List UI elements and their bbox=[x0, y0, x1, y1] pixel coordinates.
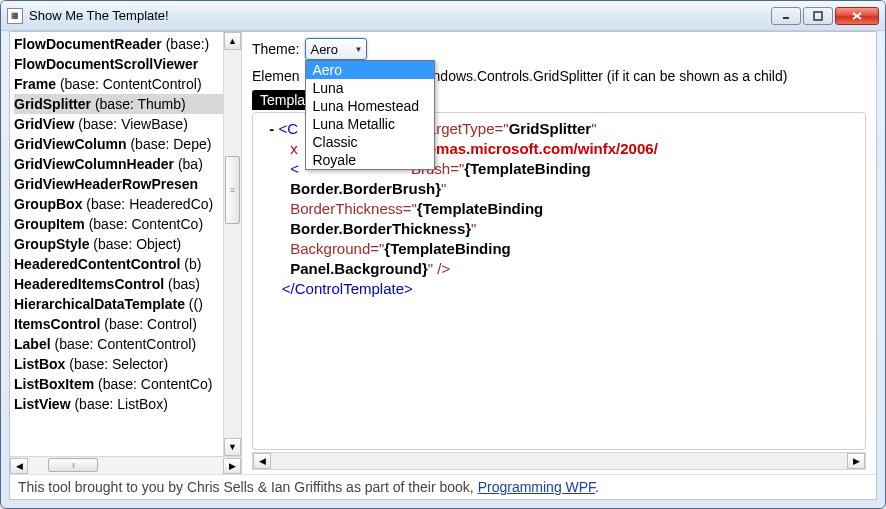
element-label: Elemen bbox=[252, 68, 299, 84]
scroll-thumb[interactable] bbox=[225, 156, 240, 224]
theme-selected-value: Aero bbox=[310, 42, 337, 57]
footer: This tool brought to you by Chris Sells … bbox=[10, 474, 876, 499]
sidebar-vertical-scrollbar[interactable]: ▲ ▼ bbox=[223, 32, 241, 456]
window: ▦ Show Me The Template! FlowDocumentRead… bbox=[0, 0, 886, 509]
list-item[interactable]: HeaderedItemsControl (bas) bbox=[14, 274, 241, 294]
footer-link[interactable]: Programming WPF bbox=[478, 479, 595, 495]
scroll-right-arrow-icon[interactable]: ▶ bbox=[847, 453, 865, 469]
sidebar: FlowDocumentReader (base:)FlowDocumentSc… bbox=[10, 32, 242, 474]
theme-option[interactable]: Luna Homestead bbox=[306, 97, 434, 115]
scroll-right-arrow-icon[interactable]: ▶ bbox=[223, 458, 241, 474]
theme-dropdown[interactable]: AeroLunaLuna HomesteadLuna MetallicClass… bbox=[305, 60, 435, 170]
footer-end: . bbox=[595, 479, 599, 495]
theme-combobox[interactable]: Aero ▼ AeroLunaLuna HomesteadLuna Metall… bbox=[305, 38, 367, 60]
main-horizontal-scrollbar[interactable]: ◀ ▶ bbox=[252, 452, 866, 470]
list-item[interactable]: GroupStyle (base: Object) bbox=[14, 234, 241, 254]
main-panel: Theme: Aero ▼ AeroLunaLuna HomesteadLuna… bbox=[242, 32, 876, 474]
list-item[interactable]: ListBoxItem (base: ContentCo) bbox=[14, 374, 241, 394]
list-item[interactable]: GridSplitter (base: Thumb) bbox=[14, 94, 241, 114]
client-area: FlowDocumentReader (base:)FlowDocumentSc… bbox=[9, 31, 877, 500]
titlebar[interactable]: ▦ Show Me The Template! bbox=[1, 1, 885, 31]
close-button[interactable] bbox=[835, 7, 879, 25]
scroll-left-arrow-icon[interactable]: ◀ bbox=[253, 453, 271, 469]
theme-label: Theme: bbox=[252, 41, 299, 57]
chevron-down-icon: ▼ bbox=[355, 45, 363, 54]
theme-option[interactable]: Classic bbox=[306, 133, 434, 151]
app-icon: ▦ bbox=[7, 8, 23, 24]
svg-rect-1 bbox=[814, 12, 822, 20]
list-item[interactable]: GridViewHeaderRowPresen bbox=[14, 174, 241, 194]
scroll-track[interactable] bbox=[28, 458, 223, 474]
list-item[interactable]: GridViewColumn (base: Depe) bbox=[14, 134, 241, 154]
close-icon bbox=[851, 11, 863, 21]
scroll-up-arrow-icon[interactable]: ▲ bbox=[224, 32, 241, 50]
maximize-button[interactable] bbox=[803, 7, 833, 25]
list-item[interactable]: HierarchicalDataTemplate (() bbox=[14, 294, 241, 314]
theme-option[interactable]: Luna bbox=[306, 79, 434, 97]
element-value: indows.Controls.GridSplitter (if it can … bbox=[429, 68, 787, 84]
list-item[interactable]: HeaderedContentControl (b) bbox=[14, 254, 241, 274]
maximize-icon bbox=[813, 11, 823, 21]
theme-option[interactable]: Luna Metallic bbox=[306, 115, 434, 133]
list-item[interactable]: GridView (base: ViewBase) bbox=[14, 114, 241, 134]
sidebar-horizontal-scrollbar[interactable]: ◀ ▶ bbox=[10, 456, 241, 474]
theme-option[interactable]: Aero bbox=[306, 61, 434, 79]
list-item[interactable]: FlowDocumentScrollViewer bbox=[14, 54, 241, 74]
minimize-button[interactable] bbox=[771, 7, 801, 25]
list-item[interactable]: Frame (base: ContentControl) bbox=[14, 74, 241, 94]
list-item[interactable]: Label (base: ContentControl) bbox=[14, 334, 241, 354]
list-item[interactable]: ListBox (base: Selector) bbox=[14, 354, 241, 374]
list-item[interactable]: GroupItem (base: ContentCo) bbox=[14, 214, 241, 234]
list-item[interactable]: FlowDocumentReader (base:) bbox=[14, 34, 241, 54]
theme-option[interactable]: Royale bbox=[306, 151, 434, 169]
scroll-down-arrow-icon[interactable]: ▼ bbox=[224, 438, 241, 456]
scroll-thumb[interactable] bbox=[48, 458, 98, 472]
list-item[interactable]: GroupBox (base: HeaderedCo) bbox=[14, 194, 241, 214]
footer-text: This tool brought to you by Chris Sells … bbox=[18, 479, 478, 495]
control-list[interactable]: FlowDocumentReader (base:)FlowDocumentSc… bbox=[10, 32, 241, 456]
minimize-icon bbox=[781, 11, 791, 21]
window-title: Show Me The Template! bbox=[29, 8, 771, 23]
list-item[interactable]: GridViewColumnHeader (ba) bbox=[14, 154, 241, 174]
list-item[interactable]: ListView (base: ListBox) bbox=[14, 394, 241, 414]
scroll-track[interactable] bbox=[224, 50, 241, 438]
scroll-left-arrow-icon[interactable]: ◀ bbox=[10, 458, 28, 474]
list-item[interactable]: ItemsControl (base: Control) bbox=[14, 314, 241, 334]
